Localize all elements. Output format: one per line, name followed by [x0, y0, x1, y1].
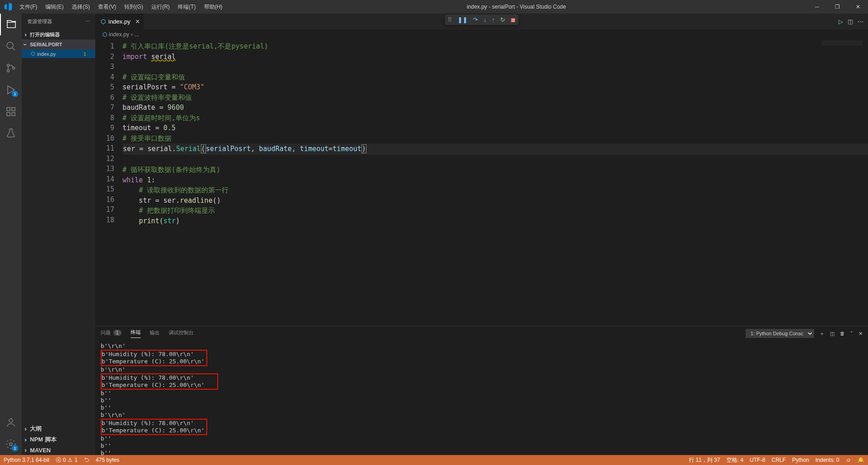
menu-view[interactable]: 查看(V) [94, 1, 120, 13]
svg-rect-7 [7, 113, 10, 116]
panel: 问题 1 终端 输出 调试控制台 1: Python Debug Consc ＋… [95, 326, 868, 455]
run-icon[interactable]: ▷ [839, 18, 843, 25]
menu-selection[interactable]: 选择(S) [68, 1, 93, 13]
grip-icon[interactable]: ⠿ [448, 16, 452, 23]
tab-bar: ⬡ index.py ✕ ⠿ ❚❚ ↷ ↓ ↑ ↻ ◼ ▷ ◫ ⋯ [95, 14, 868, 29]
extensions-icon[interactable] [0, 101, 22, 122]
settings-icon[interactable]: 1 [0, 433, 22, 455]
minimize-button[interactable]: ─ [807, 0, 827, 14]
restart-icon[interactable]: ↻ [500, 16, 505, 23]
status-bar: Python 3.7.1 64-bit ⓧ 0 ⚠ 1 ⮌ 475 bytes … [0, 455, 868, 465]
account-icon[interactable] [0, 411, 22, 433]
explorer-icon[interactable] [0, 14, 22, 35]
editor-area: ⬡ index.py ✕ ⠿ ❚❚ ↷ ↓ ↑ ↻ ◼ ▷ ◫ ⋯ ⬡ inde… [95, 14, 868, 455]
maximize-panel-icon[interactable]: ˄ [850, 331, 853, 337]
stop-icon[interactable]: ◼ [511, 16, 516, 23]
menu-edit[interactable]: 编辑(E) [42, 1, 67, 13]
maximize-button[interactable]: ❐ [827, 0, 848, 14]
debug-badge: 1 [12, 91, 18, 97]
svg-point-4 [13, 67, 15, 69]
search-icon[interactable] [0, 35, 22, 57]
svg-point-3 [7, 70, 10, 72]
menu-file[interactable]: 文件(F) [16, 1, 41, 13]
terminal-output[interactable]: b'\r\n'b'Humidity (%): 78.00\r\n' b'Temp… [95, 341, 868, 455]
tab-label: index.py [108, 18, 130, 25]
sidebar-title: 资源管理器 [27, 18, 52, 25]
minimap[interactable] [822, 40, 863, 95]
step-over-icon[interactable]: ↷ [473, 16, 478, 23]
menu-go[interactable]: 转到(G) [121, 1, 146, 13]
problems-tab[interactable]: 问题 1 [101, 329, 122, 338]
svg-point-11 [10, 443, 12, 445]
testing-icon[interactable] [0, 122, 22, 144]
source-control-icon[interactable] [0, 57, 22, 79]
close-button[interactable]: ✕ [848, 0, 868, 14]
split-terminal-icon[interactable]: ◫ [830, 331, 834, 337]
python-file-icon: ⬡ [101, 18, 106, 25]
output-tab[interactable]: 输出 [150, 329, 160, 338]
step-into-icon[interactable]: ↓ [483, 16, 487, 23]
gutter: 123456789101112131415161718 [95, 39, 122, 326]
step-out-icon[interactable]: ↑ [492, 16, 495, 23]
file-item-index[interactable]: ⬡index.py 1 [22, 49, 95, 58]
status-problems[interactable]: ⓧ 0 ⚠ 1 [56, 456, 78, 464]
python-file-icon: ⬡ [31, 51, 35, 57]
svg-rect-8 [12, 113, 15, 116]
open-editors-section[interactable]: 打开的编辑器 [22, 29, 95, 39]
status-cursor[interactable]: 行 11，列 37 [689, 456, 720, 464]
terminal-dropdown[interactable]: 1: Python Debug Consc [746, 329, 814, 338]
code-editor[interactable]: 123456789101112131415161718 # 引入串口库(注意是s… [95, 39, 868, 326]
status-bell-icon[interactable]: 🔔 [858, 457, 864, 463]
menu-bar: 文件(F) 编辑(E) 选择(S) 查看(V) 转到(G) 运行(R) 终端(T… [16, 1, 226, 13]
title-bar: 文件(F) 编辑(E) 选择(S) 查看(V) 转到(G) 运行(R) 终端(T… [0, 0, 868, 14]
menu-run[interactable]: 运行(R) [148, 1, 174, 13]
more-icon[interactable]: ⋯ [858, 18, 863, 25]
pause-icon[interactable]: ❚❚ [458, 16, 468, 23]
maven-section[interactable]: MAVEN [22, 445, 95, 455]
svg-rect-5 [7, 108, 10, 111]
svg-rect-6 [12, 108, 15, 111]
new-terminal-icon[interactable]: ＋ [819, 330, 824, 337]
status-encoding[interactable]: UTF-8 [750, 457, 765, 463]
close-panel-icon[interactable]: ✕ [858, 331, 863, 337]
svg-point-10 [9, 419, 13, 422]
split-editor-icon[interactable]: ◫ [848, 18, 853, 25]
python-file-icon: ⬡ [102, 31, 107, 38]
status-python[interactable]: Python 3.7.1 64-bit [4, 457, 49, 463]
sidebar: 资源管理器 ⋯ 打开的编辑器 SERIALPORT ⬡index.py 1 大纲… [22, 14, 95, 455]
menu-terminal[interactable]: 终端(T) [174, 1, 199, 13]
vscode-icon [0, 3, 16, 11]
trash-icon[interactable]: 🗑 [840, 331, 845, 336]
npm-section[interactable]: NPM 脚本 [22, 434, 95, 445]
outline-section[interactable]: 大纲 [22, 423, 95, 434]
settings-badge: 1 [12, 445, 18, 451]
menu-help[interactable]: 帮助(H) [200, 1, 226, 13]
svg-point-0 [7, 42, 13, 49]
breadcrumb[interactable]: ⬡ index.py › ... [95, 29, 868, 39]
file-problem-badge: 1 [83, 51, 86, 57]
debug-icon[interactable]: 1 [0, 79, 22, 101]
tab-index[interactable]: ⬡ index.py ✕ [95, 14, 144, 29]
debug-console-tab[interactable]: 调试控制台 [169, 329, 194, 338]
status-size[interactable]: 475 bytes [96, 457, 119, 463]
status-share[interactable]: ⮌ [84, 457, 89, 463]
status-spaces[interactable]: 空格: 4 [727, 456, 743, 464]
terminal-tab[interactable]: 终端 [131, 329, 141, 338]
status-language[interactable]: Python [792, 457, 809, 463]
debug-toolbar[interactable]: ⠿ ❚❚ ↷ ↓ ↑ ↻ ◼ [445, 15, 518, 25]
status-eol[interactable]: CRLF [771, 457, 785, 463]
sidebar-more-icon[interactable]: ⋯ [85, 19, 90, 24]
project-section[interactable]: SERIALPORT [22, 39, 95, 49]
svg-line-1 [12, 48, 15, 50]
status-feedback-icon[interactable]: ☺ [846, 457, 851, 463]
close-icon[interactable]: ✕ [135, 18, 140, 25]
svg-point-2 [7, 64, 10, 67]
status-indents[interactable]: Indents: 0 [815, 457, 839, 463]
problems-badge: 1 [113, 330, 122, 336]
activity-bar: 1 1 [0, 14, 22, 455]
window-title: index.py - serialPort - Visual Studio Co… [226, 4, 807, 10]
